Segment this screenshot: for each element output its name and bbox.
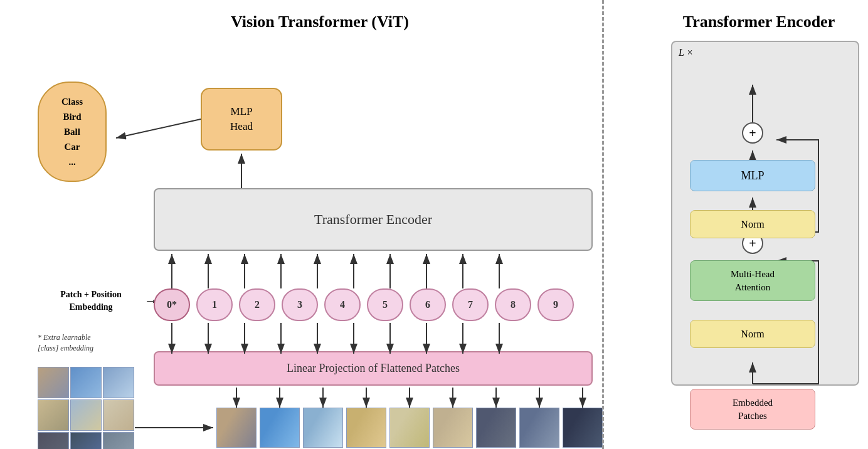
small-patch-9 <box>103 432 134 449</box>
small-patch-7 <box>38 432 69 449</box>
image-patches-row <box>216 408 603 448</box>
small-patch-1 <box>38 367 69 398</box>
token-0: 0* <box>154 288 190 321</box>
img-patch-1 <box>216 408 257 448</box>
img-patch-9 <box>563 408 603 448</box>
norm1-box: Norm <box>690 320 815 348</box>
img-patch-7 <box>476 408 516 448</box>
norm1-label: Norm <box>741 329 764 340</box>
original-image-grid <box>38 367 134 449</box>
small-patch-3 <box>103 367 134 398</box>
token-8: 8 <box>495 288 531 321</box>
token-7: 7 <box>452 288 489 321</box>
plus2-label: + <box>749 126 756 140</box>
class-items: BirdBallCar... <box>63 109 81 169</box>
img-patch-5 <box>389 408 430 448</box>
small-patch-8 <box>70 432 102 449</box>
vit-title: Vision Transformer (ViT) <box>231 13 409 31</box>
token-6: 6 <box>410 288 446 321</box>
mha-label: Multi-HeadAttention <box>731 268 775 294</box>
svg-line-1 <box>116 119 201 138</box>
mha-box: Multi-HeadAttention <box>690 260 815 301</box>
vit-section: Vision Transformer (ViT) Class BirdBallC… <box>19 13 621 436</box>
class-label: Class <box>61 94 83 109</box>
linear-proj-label: Linear Projection of Flattened Patches <box>287 362 460 375</box>
class-output-box: Class BirdBallCar... <box>38 82 107 182</box>
token-3: 3 <box>282 288 318 321</box>
extra-learnable-text: * Extra learnable[class] embedding <box>38 333 93 352</box>
mlp-head-label: MLPHead <box>230 104 253 134</box>
img-patch-8 <box>519 408 559 448</box>
tokens-row: 0* 1 2 3 4 5 6 7 8 9 <box>154 288 574 321</box>
img-patch-6 <box>433 408 473 448</box>
token-4: 4 <box>324 288 361 321</box>
transformer-encoder-label: Transformer Encoder <box>314 211 432 228</box>
img-patch-4 <box>346 408 386 448</box>
img-patch-3 <box>303 408 343 448</box>
lx-label: L × <box>679 47 693 58</box>
mlp-label: MLP <box>741 169 764 182</box>
patch-embed-text: Patch + PositionEmbedding <box>60 290 121 312</box>
token-5: 5 <box>367 288 403 321</box>
token-1: 1 <box>196 288 233 321</box>
patch-embedding-label: Patch + PositionEmbedding → <box>38 288 144 313</box>
plus-circle-2: + <box>742 122 763 144</box>
encoder-title: Transformer Encoder <box>683 13 835 31</box>
norm2-box: Norm <box>690 210 815 238</box>
encoder-section: Transformer Encoder L × EmbeddedPatches <box>621 13 868 436</box>
mlp-head-box: MLPHead <box>201 88 282 151</box>
embedded-patches-box: EmbeddedPatches <box>690 389 815 430</box>
embedded-patches-label: EmbeddedPatches <box>733 396 773 423</box>
small-patch-6 <box>103 399 134 431</box>
img-patch-2 <box>260 408 300 448</box>
token-9: 9 <box>537 288 574 321</box>
extra-learnable-label: * Extra learnable[class] embedding <box>38 332 144 354</box>
linear-projection-box: Linear Projection of Flattened Patches <box>154 351 593 386</box>
vit-content: Class BirdBallCar... MLPHead Transformer… <box>19 44 621 433</box>
small-patch-2 <box>70 367 102 398</box>
section-divider <box>602 0 604 449</box>
transformer-encoder-big-box: Transformer Encoder <box>154 188 593 251</box>
small-patch-5 <box>70 399 102 431</box>
token-2: 2 <box>239 288 275 321</box>
small-patch-4 <box>38 399 69 431</box>
mlp-box: MLP <box>690 160 815 191</box>
norm2-label: Norm <box>741 219 764 230</box>
